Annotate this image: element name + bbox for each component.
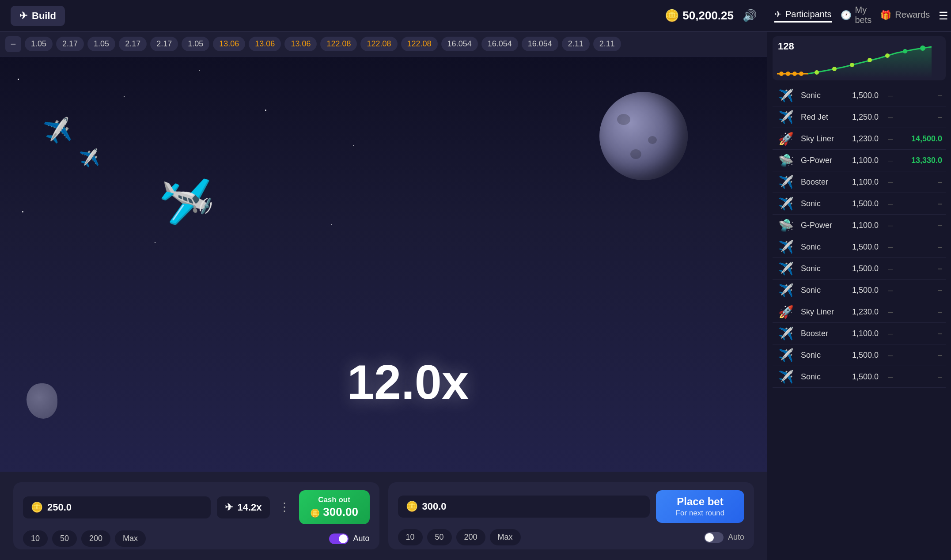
place-bet-sub: For next round (676, 509, 725, 518)
small-moon (27, 383, 57, 419)
balance-value: 50,200.25 (682, 9, 734, 23)
quick-bet-max-2[interactable]: Max (490, 529, 521, 545)
small-plane-2: ✈️ (78, 148, 100, 169)
quick-bet-50-2[interactable]: 50 (427, 529, 452, 545)
top-row: ✈ Build 🪙 50,200.25 🔊 ✈ Participants 🕐 M… (0, 0, 951, 32)
p-bet-1: 1,250.0 (843, 113, 879, 122)
svg-point-4 (799, 72, 803, 76)
p-dash-0: – (884, 91, 897, 100)
tab-rewards[interactable]: 🎁 Rewards (880, 10, 930, 22)
auto-switch-2[interactable] (704, 532, 724, 543)
my-bets-label: My bets (855, 5, 872, 25)
auto-switch-1[interactable] (329, 534, 349, 544)
p-win-13: – (902, 372, 942, 382)
p-bet-5: 1,500.0 (843, 199, 879, 208)
svg-point-2 (786, 72, 790, 76)
svg-marker-5 (808, 47, 932, 78)
p-dash-11: – (884, 329, 897, 338)
p-win-9: – (902, 286, 942, 295)
p-bet-6: 1,100.0 (843, 221, 879, 230)
tab-participants[interactable]: ✈ Participants (774, 9, 832, 23)
auto-toggle-1: Auto (329, 534, 369, 544)
mult-badge-14: 16.054 (522, 37, 558, 51)
avatar-4: ✈️ (776, 176, 796, 188)
bet-1-multiplier-box: ✈ 14.2x (217, 496, 269, 518)
tab-my-bets[interactable]: 🕐 My bets (841, 5, 872, 27)
participant-row: ✈️ Sonic 1,500.0 – – (773, 193, 946, 215)
quick-bet-200-2[interactable]: 200 (456, 529, 485, 545)
p-dash-6: – (884, 221, 897, 230)
p-win-11: – (902, 329, 942, 338)
quick-bet-200-1[interactable]: 200 (81, 530, 110, 547)
svg-point-7 (832, 67, 837, 71)
participant-row: 🛸 G-Power 1,100.0 – 13,330.0 (773, 150, 946, 171)
quick-bet-50-1[interactable]: 50 (52, 530, 77, 547)
header-left: ✈ Build 🪙 50,200.25 🔊 (0, 0, 767, 32)
mult-badge-1: 2.17 (56, 37, 84, 51)
strip-minus-button[interactable]: − (5, 36, 21, 52)
participant-row: 🚀 Sky Liner 1,230.0 – – (773, 301, 946, 323)
p-name-11: Booster (801, 329, 838, 338)
rewards-icon: 🎁 (880, 10, 891, 20)
star (22, 211, 23, 212)
sound-icon[interactable]: 🔊 (743, 9, 757, 23)
mult-badge-6: 13.06 (213, 37, 245, 51)
avatar-11: ✈️ (776, 327, 796, 340)
header-right: 🪙 50,200.25 🔊 (665, 9, 757, 23)
svg-point-11 (903, 49, 907, 53)
quick-bet-10-2[interactable]: 10 (398, 529, 423, 545)
participant-row: ✈️ Red Jet 1,250.0 – – (773, 106, 946, 128)
participant-row: ✈️ Sonic 1,500.0 – – (773, 85, 946, 106)
p-bet-13: 1,500.0 (843, 372, 879, 382)
coin-icon: 🪙 (665, 9, 679, 23)
p-name-0: Sonic (801, 91, 838, 100)
p-bet-10: 1,230.0 (843, 307, 879, 317)
avatar-3: 🛸 (776, 154, 796, 166)
p-name-4: Booster (801, 178, 838, 187)
p-name-2: Sky Liner (801, 134, 838, 144)
p-win-6: – (902, 221, 942, 230)
controls-area: 🪙 250.0 ✈ 14.2x ⋮ Cash out 🪙 300.00 (0, 472, 767, 560)
avatar-1: ✈️ (776, 111, 796, 123)
mult-badge-15: 2.11 (562, 37, 590, 51)
p-bet-7: 1,500.0 (843, 242, 879, 252)
p-dash-2: – (884, 134, 897, 144)
place-bet-label: Place bet (677, 496, 723, 508)
avatar-7: ✈️ (776, 241, 796, 253)
mult-badge-3: 2.17 (119, 37, 147, 51)
p-bet-12: 1,500.0 (843, 351, 879, 360)
p-bet-0: 1,500.0 (843, 91, 879, 100)
p-bet-8: 1,500.0 (843, 264, 879, 273)
p-win-5: – (902, 199, 942, 208)
cashout-button[interactable]: Cash out 🪙 300.00 (299, 490, 370, 524)
quick-bet-10-1[interactable]: 10 (23, 530, 48, 547)
participant-row: ✈️ Sonic 1,500.0 – – (773, 258, 946, 280)
p-dash-8: – (884, 264, 897, 273)
crater (630, 149, 641, 159)
bet-2-amount: 300.0 (422, 501, 447, 512)
p-dash-10: – (884, 307, 897, 317)
menu-icon[interactable]: ☰ (939, 10, 948, 22)
mult-badge-4: 2.17 (150, 37, 178, 51)
auto-label-2: Auto (728, 533, 744, 542)
bet-panel-1: 🪙 250.0 ✈ 14.2x ⋮ Cash out 🪙 300.00 (13, 482, 379, 549)
svg-point-10 (885, 53, 890, 58)
svg-point-12 (920, 45, 925, 51)
avatar-13: ✈️ (776, 371, 796, 383)
chart-area: 128 (773, 36, 946, 80)
avatar-9: ✈️ (776, 284, 796, 296)
coin-icon-2: 🪙 (406, 501, 418, 512)
p-dash-12: – (884, 351, 897, 360)
space-scene: 🛩️ ✈️ ✈️ 12.0x (0, 57, 767, 472)
place-bet-button[interactable]: Place bet For next round (656, 490, 744, 523)
build-button[interactable]: ✈ Build (11, 6, 65, 26)
quick-bet-max-1[interactable]: Max (115, 530, 146, 547)
coin-icon-1: 🪙 (31, 502, 43, 513)
svg-point-3 (792, 72, 797, 76)
p-name-13: Sonic (801, 372, 838, 382)
p-name-3: G-Power (801, 156, 838, 165)
bet-panel-2-bottom-row: 10 50 200 Max Auto (398, 529, 745, 545)
participant-row: ✈️ Sonic 1,500.0 – – (773, 236, 946, 258)
dots-button-1[interactable]: ⋮ (276, 500, 293, 514)
mult-badge-11: 122.08 (401, 37, 438, 51)
